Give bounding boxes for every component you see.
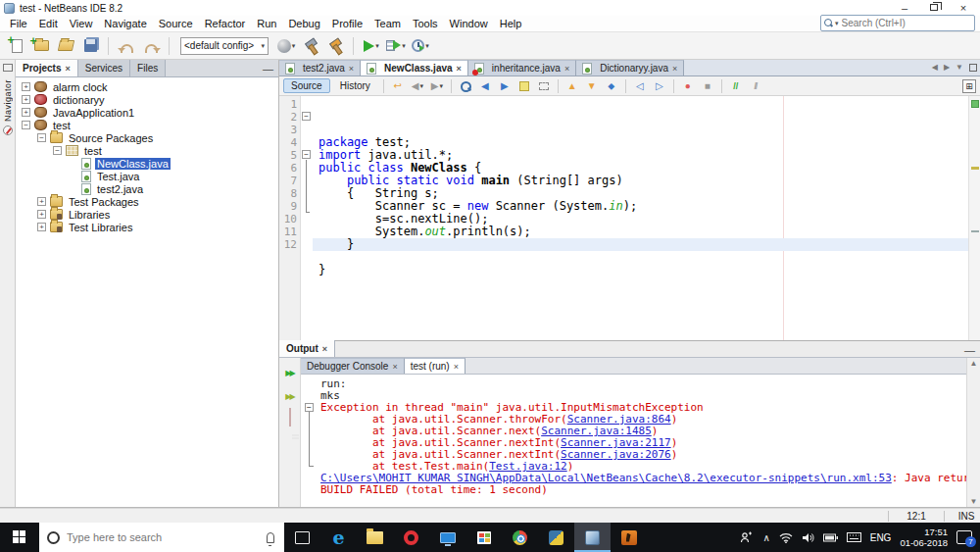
tree-collapse-icon[interactable]: − bbox=[22, 121, 30, 129]
notifications-icon[interactable]: 7 bbox=[956, 530, 972, 544]
error-stripe[interactable] bbox=[968, 96, 980, 340]
taskbar-search-input[interactable] bbox=[67, 531, 260, 543]
profile-project-button[interactable]: ▾ bbox=[410, 35, 431, 57]
code-fold-column[interactable]: −− bbox=[301, 96, 313, 340]
close-icon[interactable]: × bbox=[65, 64, 70, 74]
output-fold-icon[interactable]: − bbox=[305, 403, 314, 412]
tree-expand-icon[interactable]: + bbox=[22, 82, 30, 91]
new-file-button[interactable] bbox=[6, 35, 27, 57]
ide-search-box[interactable]: ▾ bbox=[820, 15, 975, 31]
editor-tab-test2.java[interactable]: test2.java× bbox=[279, 60, 361, 75]
save-all-button[interactable] bbox=[79, 35, 101, 57]
menu-profile[interactable]: Profile bbox=[326, 17, 368, 30]
tree-item-newclass-java[interactable]: NewClass.java bbox=[16, 157, 278, 170]
people-icon[interactable] bbox=[740, 531, 754, 543]
shift-line-left-button[interactable]: ◁ bbox=[631, 78, 649, 94]
wifi-icon[interactable] bbox=[779, 532, 793, 543]
menu-view[interactable]: View bbox=[64, 17, 99, 30]
menu-edit[interactable]: Edit bbox=[33, 17, 64, 30]
close-icon[interactable]: × bbox=[349, 64, 354, 74]
start-button[interactable] bbox=[0, 523, 39, 552]
taskbar-task-view-button[interactable] bbox=[284, 523, 320, 552]
scroll-tabs-right-icon[interactable]: ▶ bbox=[944, 63, 950, 72]
tree-collapse-icon[interactable]: − bbox=[53, 146, 62, 155]
tree-expand-icon[interactable]: + bbox=[37, 210, 46, 219]
code-text-area[interactable]: package test;import java.util.*;public c… bbox=[313, 96, 968, 340]
taskbar-chrome-button[interactable] bbox=[502, 523, 538, 552]
tab-list-dropdown-icon[interactable]: ▼ bbox=[956, 63, 963, 72]
back-button[interactable]: ◀▾ bbox=[409, 78, 426, 94]
taskbar-edge-button[interactable]: e bbox=[320, 523, 357, 552]
shift-line-right-button[interactable]: ▷ bbox=[651, 78, 668, 94]
set-configuration-button[interactable]: ▾ bbox=[275, 35, 297, 57]
volume-icon[interactable] bbox=[802, 532, 814, 543]
menu-run[interactable]: Run bbox=[251, 17, 282, 30]
taskbar-file-explorer-button[interactable] bbox=[357, 523, 393, 552]
menu-help[interactable]: Help bbox=[494, 17, 528, 30]
tree-item-source-packages[interactable]: −Source Packages bbox=[16, 131, 278, 144]
taskbar-search-box[interactable] bbox=[39, 523, 284, 552]
language-indicator[interactable]: ENG bbox=[870, 532, 892, 543]
taskbar-counter-strike-button[interactable] bbox=[611, 523, 647, 552]
run-project-button[interactable]: ▾ bbox=[361, 35, 382, 57]
editor-tab-dictionaryy.java[interactable]: Dictionaryy.java× bbox=[576, 60, 684, 75]
previous-bookmark-button[interactable]: ▲ bbox=[564, 78, 581, 94]
toggle-bookmark-button[interactable]: ⬥ bbox=[603, 78, 620, 94]
microphone-icon[interactable] bbox=[267, 532, 274, 543]
start-macro-button[interactable]: ● bbox=[679, 78, 697, 94]
menu-debug[interactable]: Debug bbox=[282, 17, 325, 30]
close-icon[interactable]: × bbox=[564, 64, 569, 74]
clean-build-project-button[interactable] bbox=[324, 35, 346, 57]
tree-expand-icon[interactable]: + bbox=[37, 223, 46, 231]
taskbar-pc-button[interactable] bbox=[429, 523, 466, 552]
minimize-button[interactable]: – bbox=[890, 0, 919, 15]
stack-trace-link[interactable]: Scanner.java:2076 bbox=[561, 448, 671, 461]
stop-macro-button[interactable]: ■ bbox=[699, 78, 716, 94]
tree-item-test[interactable]: −test bbox=[16, 144, 278, 157]
output-tab-debugger-console[interactable]: Debugger Console× bbox=[301, 358, 405, 374]
touch-keyboard-icon[interactable] bbox=[847, 532, 861, 542]
view-tab-source[interactable]: Source bbox=[283, 78, 330, 93]
toggle-highlight-button[interactable] bbox=[515, 78, 533, 94]
close-icon[interactable]: × bbox=[454, 362, 459, 372]
projects-minimize-icon[interactable]: — bbox=[263, 63, 273, 75]
select-rectangle-button[interactable] bbox=[535, 78, 553, 94]
fold-collapse-icon[interactable]: − bbox=[302, 150, 311, 159]
build-project-button[interactable] bbox=[300, 35, 321, 57]
menu-file[interactable]: File bbox=[4, 17, 33, 30]
forward-button[interactable]: ▶▾ bbox=[428, 78, 446, 94]
menu-navigate[interactable]: Navigate bbox=[98, 17, 152, 30]
open-project-button[interactable] bbox=[55, 35, 76, 57]
output-console[interactable]: run:mksException in thread "main" java.u… bbox=[301, 375, 966, 507]
search-dropdown-icon[interactable]: ▾ bbox=[835, 20, 839, 27]
output-tab-test-run-[interactable]: test (run)× bbox=[405, 358, 466, 374]
close-button[interactable]: × bbox=[949, 0, 978, 15]
hidden-icons-chevron[interactable]: ∧ bbox=[762, 532, 769, 543]
tree-item-dictionaryy[interactable]: +dictionaryy bbox=[16, 93, 278, 106]
output-minimize-icon[interactable]: — bbox=[964, 344, 975, 356]
taskbar-python-button[interactable] bbox=[538, 523, 574, 552]
editor-tab-newclass.java[interactable]: NewClass.java× bbox=[361, 60, 468, 75]
redo-button[interactable] bbox=[140, 35, 162, 57]
dock-window-icon[interactable] bbox=[3, 64, 13, 72]
find-previous-button[interactable]: ◀ bbox=[476, 78, 494, 94]
navigator-collapsed-tab[interactable]: Navigator bbox=[3, 79, 13, 122]
menu-tools[interactable]: Tools bbox=[407, 17, 444, 30]
tree-expand-icon[interactable]: + bbox=[22, 108, 30, 117]
find-selection-button[interactable] bbox=[457, 78, 474, 94]
tree-item-test-java[interactable]: Test.java bbox=[16, 170, 278, 182]
code-editor[interactable]: 1 2 3 4 5 6 7 8 9 10 11 12 −− package te… bbox=[279, 96, 980, 340]
tree-item-javaapplication1[interactable]: +JavaApplication1 bbox=[16, 106, 278, 119]
undo-button[interactable] bbox=[116, 35, 137, 57]
find-next-button[interactable]: ▶ bbox=[496, 78, 514, 94]
config-select[interactable]: <default config>▾ bbox=[180, 37, 269, 55]
rerun-debug-button[interactable]: ▶▶ bbox=[285, 385, 293, 403]
tree-item-alarm-clock[interactable]: +alarm clock bbox=[16, 80, 278, 93]
tree-collapse-icon[interactable]: − bbox=[37, 133, 46, 142]
scroll-down-icon[interactable]: ▼ bbox=[970, 497, 978, 506]
stop-button[interactable] bbox=[289, 409, 291, 427]
tab-services[interactable]: Services bbox=[78, 60, 130, 76]
tree-item-test-libraries[interactable]: +Test Libraries bbox=[16, 221, 278, 233]
battery-icon[interactable] bbox=[823, 533, 838, 542]
next-bookmark-button[interactable]: ▼ bbox=[583, 78, 601, 94]
